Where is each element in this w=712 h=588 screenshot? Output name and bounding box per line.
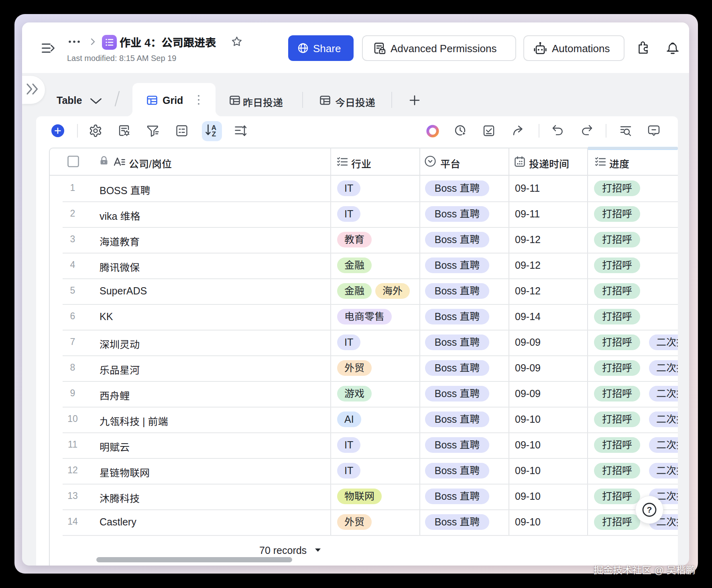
svg-text:?: ? <box>647 505 652 514</box>
svg-text:Z: Z <box>212 130 216 138</box>
